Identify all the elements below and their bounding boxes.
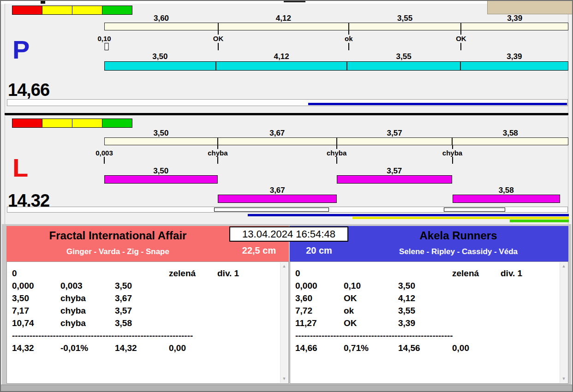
team-name-left: Fractal International Affair	[6, 229, 229, 242]
flag-blocks-p	[12, 6, 132, 15]
result-row: 0 zelená div. 1	[12, 267, 288, 279]
split-tick	[104, 157, 105, 164]
result-row: 3,60 OK 4,12	[295, 292, 568, 304]
start-marker	[105, 43, 109, 50]
dog-run-bar	[453, 195, 560, 203]
results-panel-left: 0 zelená div. 1 0,000 0,003 3,50 3,50 ch…	[6, 261, 289, 384]
plan-bar-segment	[337, 138, 453, 145]
titlebar-artifact	[284, 1, 305, 2]
background-window-fragment	[487, 1, 572, 14]
run-bars-row1	[104, 175, 568, 184]
result-cell: 0,003	[60, 281, 115, 291]
result-cell: 14,56	[398, 343, 452, 353]
gate-status: 0,10	[97, 35, 111, 42]
flag-yellow-1	[42, 6, 72, 15]
result-cell: chyba	[60, 293, 115, 303]
plan-bar-segment	[218, 138, 337, 145]
plan-split-time: 3,57	[337, 129, 453, 137]
split-ticks-lower-p	[104, 43, 568, 50]
progress-line-yellow	[352, 217, 569, 219]
run-bars-row2	[104, 195, 568, 203]
dog-run-bar	[104, 175, 218, 184]
split-ticks-lower-l	[104, 157, 568, 164]
plan-bar-segment	[349, 23, 462, 30]
result-cell: OK	[344, 293, 398, 303]
plan-split-time: 3,58	[453, 129, 569, 137]
split-tick	[460, 30, 461, 35]
separator-line: ----------------------------------------…	[12, 329, 203, 342]
split-tick	[452, 157, 453, 164]
split-ticks-upper-p	[104, 30, 568, 35]
results-rows-right: 0 zelená div. 1 0,000 0,10 3,50 3,60 OK …	[290, 262, 568, 354]
result-cell: div. 1	[217, 268, 288, 279]
result-cell: 10,74	[12, 318, 60, 328]
result-cell: zelená	[169, 268, 217, 279]
scroll-down-button[interactable]: ▼	[560, 375, 567, 383]
result-cell: div. 1	[501, 268, 568, 279]
plan-bar-segment	[453, 138, 568, 145]
split-tick	[218, 30, 219, 35]
scroll-up-button[interactable]: ▲	[281, 262, 288, 270]
run-bar-labels-row2: 3,67 3,58	[104, 186, 568, 194]
run-bar-labels-row1: 3,50 3,57	[104, 167, 568, 175]
timeline-track-l	[7, 207, 568, 213]
gate-status: chyba	[442, 149, 462, 157]
scroll-down-button[interactable]: ▼	[281, 375, 288, 383]
scrollbar-right[interactable]: ▲ ▼	[560, 262, 567, 383]
progress-line-green	[510, 220, 569, 222]
scroll-up-icon: ▲	[562, 264, 566, 268]
plan-split-time: 3,55	[349, 14, 461, 23]
progress-line-blue	[308, 103, 567, 105]
plan-bar-segment	[105, 138, 218, 145]
split-tick	[218, 43, 219, 50]
totals-row: 14,32 -0,01% 14,32 0,00	[12, 342, 288, 354]
result-cell: 14,32	[115, 343, 169, 353]
result-cell: 3,50	[398, 281, 452, 291]
lane-divider	[5, 113, 568, 115]
result-cell: 4,12	[398, 293, 452, 303]
result-cell: 14,66	[295, 343, 344, 353]
result-row: 7,17 chyba 3,57	[12, 304, 288, 317]
result-cell: 7,72	[295, 306, 344, 316]
scrollbar-left[interactable]: ▲ ▼	[280, 262, 288, 383]
gate-status: chyba	[327, 149, 346, 157]
split-tick	[217, 145, 218, 149]
result-cell: 0,71%	[344, 343, 398, 353]
gate-status: chyba	[208, 149, 227, 157]
flag-yellow-1	[42, 119, 72, 128]
result-cell: chyba	[60, 318, 115, 328]
actual-bar-segment	[461, 62, 568, 70]
lane-letter-p: P	[12, 37, 30, 63]
gate-status: OK	[456, 35, 466, 42]
result-cell: ok	[344, 306, 398, 316]
result-cell: 3,60	[295, 293, 344, 303]
result-cell: zelená	[452, 268, 501, 279]
scroll-down-icon: ▼	[562, 376, 566, 381]
gate-status-row-l: 0,003 chyba chyba chyba	[104, 149, 568, 156]
actual-split-time: 3,50	[104, 53, 216, 61]
split-tick	[336, 145, 337, 149]
progress-line-blue	[248, 214, 569, 216]
actual-splits-bar-p	[104, 61, 568, 71]
gate-status: 0,003	[96, 149, 113, 157]
plan-split-time: 3,39	[461, 14, 568, 23]
split-tick	[348, 30, 349, 35]
scroll-up-button[interactable]: ▲	[560, 262, 567, 270]
flag-yellow-2	[72, 6, 102, 15]
separator-line: ----------------------------------------…	[295, 329, 460, 342]
results-rows-left: 0 zelená div. 1 0,000 0,003 3,50 3,50 ch…	[7, 262, 288, 354]
run-time-label: 3,57	[387, 167, 402, 175]
result-cell: 3,57	[115, 306, 169, 316]
totals-row: 14,66 0,71% 14,56 0,00	[295, 342, 568, 354]
actual-split-time: 3,55	[347, 53, 460, 61]
split-ticks-upper-l	[104, 145, 568, 149]
lane-panel-l: L 14,32 3,50 3,67 3,57 3,58 0,003 chyba …	[5, 116, 568, 224]
category-right: 20 cm	[290, 245, 348, 256]
result-cell: 0	[12, 268, 60, 279]
gate-status: OK	[213, 35, 224, 42]
flag-green	[102, 119, 132, 128]
split-tick	[336, 157, 337, 164]
result-row: 0 zelená div. 1	[295, 267, 568, 279]
status-strip	[1, 385, 572, 391]
plan-split-time: 3,60	[104, 14, 218, 23]
